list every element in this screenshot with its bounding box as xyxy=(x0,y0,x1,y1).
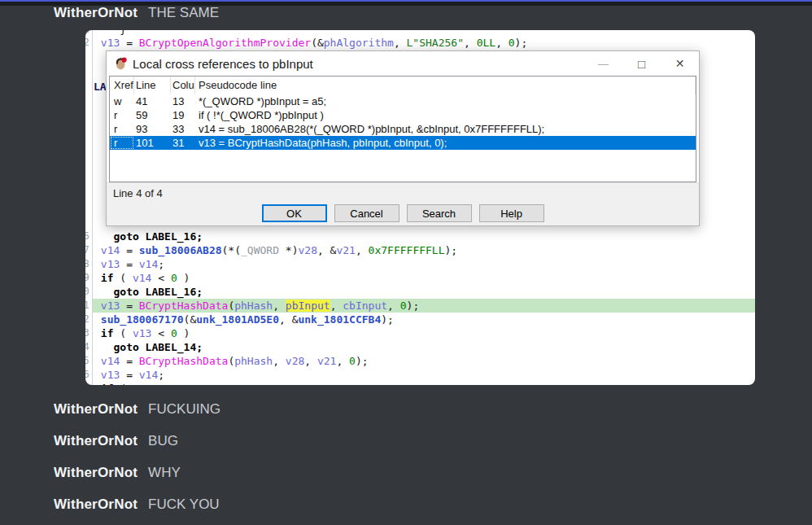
code-line[interactable]: v13 = v14; xyxy=(85,257,755,271)
window-controls: — □ ✕ xyxy=(584,51,699,76)
maximize-icon[interactable]: □ xyxy=(622,51,661,76)
xref-row[interactable]: w4113*(_QWORD *)pbInput = a5; xyxy=(110,94,696,108)
ida-rose-icon xyxy=(115,57,128,70)
xref-cell: r xyxy=(110,122,134,136)
line-number: 1 xyxy=(85,299,91,313)
message-author[interactable]: WitherOrNot xyxy=(54,5,138,21)
line-number: 2 xyxy=(85,36,91,50)
xref-cell: 101 xyxy=(134,136,171,150)
xref-list: Xref Line Column Pseudocode line w4113*(… xyxy=(109,76,696,182)
minimize-icon[interactable]: — xyxy=(584,51,622,76)
code-line[interactable]: v14 = BCryptHashData(phHash, v28, v21, 0… xyxy=(85,354,755,368)
xref-cell: r xyxy=(110,136,134,150)
code-line[interactable]: v14 = sub_18006AB28(*(_QWORD *)v28, &v21… xyxy=(85,243,755,257)
code-line[interactable]: v13 = BCryptHashData(phHash, pbInput, cb… xyxy=(85,299,755,313)
line-number: 0 xyxy=(85,285,91,299)
line-number: 5 xyxy=(85,354,91,368)
xref-dialog: Local cross references to pbInput — □ ✕ … xyxy=(106,50,700,226)
message-text: FUCKUING xyxy=(148,401,220,418)
button-row: OK Cancel Search Help xyxy=(107,204,699,222)
message-author[interactable]: WitherOrNot xyxy=(54,433,138,449)
column-header-xref[interactable]: Xref xyxy=(110,77,134,94)
dialog-statusbar: Line 4 of 4 OK Cancel Search Help xyxy=(107,182,699,225)
xref-row[interactable]: r10131v13 = BCryptHashData(phHash, pbInp… xyxy=(110,136,696,150)
line-number: 4 xyxy=(85,340,91,354)
code-line[interactable]: v13 = BCryptOpenAlgorithmProvider(&phAlg… xyxy=(85,36,755,50)
status-text: Line 4 of 4 xyxy=(113,187,163,199)
line-number: 7 xyxy=(85,243,91,257)
xref-cell: r xyxy=(110,108,134,122)
xref-row[interactable]: r5919if ( !*(_QWORD *)pbInput ) xyxy=(110,108,696,122)
line-number: 7 xyxy=(85,382,91,385)
code-line[interactable]: goto LABEL_16; xyxy=(85,230,755,243)
column-header-pseudocode[interactable]: Pseudocode line xyxy=(195,77,696,94)
message-text: BUG xyxy=(148,433,178,449)
xref-cell: v13 = BCryptHashData(phHash, pbInput, cb… xyxy=(195,136,696,150)
code-line[interactable]: goto LABEL_14; xyxy=(85,340,755,354)
xref-cell: w xyxy=(110,94,134,108)
code-line[interactable]: sub_180067170(&unk_1801AD5E0, &unk_1801C… xyxy=(85,313,755,326)
line-number: 3 xyxy=(85,326,91,340)
xref-cell: 31 xyxy=(171,136,195,150)
chat-message: WitherOrNot WHY xyxy=(54,465,181,484)
line-number: 8 xyxy=(85,257,91,271)
dialog-titlebar[interactable]: Local cross references to pbInput — □ ✕ xyxy=(107,51,699,76)
chat-message: WitherOrNot BUG xyxy=(54,433,178,453)
ok-button[interactable]: OK xyxy=(262,204,327,222)
chat-message: WitherOrNot THE SAME xyxy=(54,5,219,24)
line-number: 9 xyxy=(85,271,91,285)
help-button[interactable]: Help xyxy=(479,204,544,222)
label-fragment: LA xyxy=(94,80,107,94)
message-text: WHY xyxy=(148,465,181,481)
code-line[interactable]: if ( v14 < 0 ) xyxy=(85,271,755,285)
line-number: 6 xyxy=(85,368,91,382)
column-header-line[interactable]: Line xyxy=(134,77,171,94)
chat-message: WitherOrNot FUCK YOU xyxy=(54,497,220,516)
xref-cell: *(_QWORD *)pbInput = a5; xyxy=(195,94,696,108)
attachment-image[interactable]: } v13 = BCryptOpenAlgorithmProvider(&phA… xyxy=(85,30,755,385)
code-line[interactable]: if ( v14 < 0 xyxy=(85,382,755,385)
table-body: w4113*(_QWORD *)pbInput = a5;r5919if ( !… xyxy=(110,94,696,150)
dialog-title: Local cross references to pbInput xyxy=(133,57,313,71)
message-text: THE SAME xyxy=(148,5,219,21)
line-number: 2 xyxy=(85,313,91,326)
line-number: 6 xyxy=(85,230,91,243)
code-line[interactable]: goto LABEL_16; xyxy=(85,285,755,299)
code-line[interactable]: if ( v13 < 0 ) xyxy=(85,326,755,340)
column-header-column[interactable]: Column xyxy=(171,77,195,94)
xref-cell: 93 xyxy=(134,122,171,136)
message-text: FUCK YOU xyxy=(148,497,220,513)
search-button[interactable]: Search xyxy=(407,204,472,222)
xref-row[interactable]: r9333v14 = sub_18006AB28(*(_QWORD *)pbIn… xyxy=(110,122,696,136)
chat-message: WitherOrNot FUCKUING xyxy=(54,401,220,421)
cancel-button[interactable]: Cancel xyxy=(334,204,399,222)
code-line[interactable]: v13 = v14; xyxy=(85,368,755,382)
xref-cell: 13 xyxy=(171,94,195,108)
xref-cell: 59 xyxy=(134,108,171,122)
message-author[interactable]: WitherOrNot xyxy=(54,497,138,513)
xref-cell: v14 = sub_18006AB28(*(_QWORD *)pbInput, … xyxy=(195,122,696,136)
message-author[interactable]: WitherOrNot xyxy=(54,401,138,418)
xref-cell: 33 xyxy=(171,122,195,136)
xref-cell: 41 xyxy=(134,94,171,108)
xref-cell: 19 xyxy=(171,108,195,122)
table-header: Xref Line Column Pseudocode line xyxy=(110,77,696,94)
xref-cell: if ( !*(_QWORD *)pbInput ) xyxy=(195,108,696,122)
message-author[interactable]: WitherOrNot xyxy=(54,465,138,481)
close-icon[interactable]: ✕ xyxy=(661,51,699,76)
